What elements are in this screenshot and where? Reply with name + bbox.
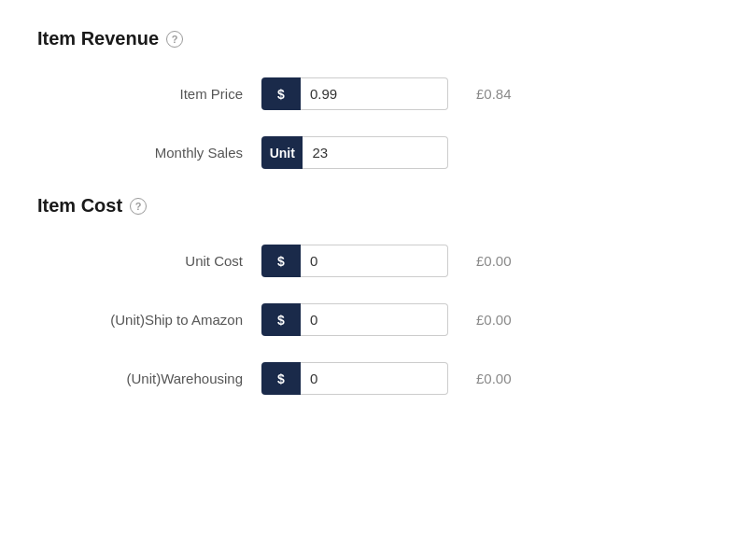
unit-cost-input-group: $ [261, 245, 448, 277]
warehousing-input-group: $ [261, 362, 448, 395]
warehousing-prefix: $ [261, 362, 301, 395]
unit-cost-input[interactable] [301, 245, 448, 277]
item-price-input-group: $ [261, 77, 448, 110]
item-price-label: Item Price [56, 86, 243, 102]
item-revenue-title: Item Revenue ? [37, 28, 710, 49]
item-price-prefix: $ [261, 77, 301, 110]
ship-to-amazon-prefix: $ [261, 303, 301, 336]
item-price-input[interactable] [301, 77, 448, 110]
ship-to-amazon-input[interactable] [301, 303, 448, 336]
warehousing-converted: £0.00 [476, 371, 532, 386]
warehousing-input[interactable] [301, 362, 448, 395]
item-cost-label: Item Cost [37, 195, 122, 217]
item-price-row: Item Price $ £0.84 [37, 77, 710, 110]
ship-to-amazon-row: (Unit)Ship to Amazon $ £0.00 [37, 303, 710, 336]
item-cost-section: Item Cost ? Unit Cost $ £0.00 (Unit)Ship… [37, 195, 710, 395]
item-cost-title: Item Cost ? [37, 195, 710, 217]
ship-to-amazon-input-group: $ [261, 303, 448, 336]
item-revenue-help-icon[interactable]: ? [166, 31, 183, 48]
item-cost-help-icon[interactable]: ? [130, 198, 147, 215]
item-revenue-label: Item Revenue [37, 28, 159, 49]
monthly-sales-label: Monthly Sales [56, 145, 243, 161]
monthly-sales-input[interactable] [303, 136, 448, 169]
unit-cost-label: Unit Cost [56, 253, 243, 269]
ship-to-amazon-converted: £0.00 [476, 312, 532, 328]
unit-cost-row: Unit Cost $ £0.00 [37, 245, 710, 277]
ship-to-amazon-label: (Unit)Ship to Amazon [56, 312, 243, 328]
warehousing-row: (Unit)Warehousing $ £0.00 [37, 362, 710, 395]
unit-cost-prefix: $ [261, 245, 301, 277]
warehousing-label: (Unit)Warehousing [56, 371, 243, 386]
monthly-sales-input-group: Unit [261, 136, 448, 169]
item-revenue-section: Item Revenue ? Item Price $ £0.84 Monthl… [37, 28, 710, 169]
monthly-sales-row: Monthly Sales Unit [37, 136, 710, 169]
item-price-converted: £0.84 [476, 86, 532, 102]
monthly-sales-prefix: Unit [261, 136, 303, 169]
unit-cost-converted: £0.00 [476, 253, 532, 269]
